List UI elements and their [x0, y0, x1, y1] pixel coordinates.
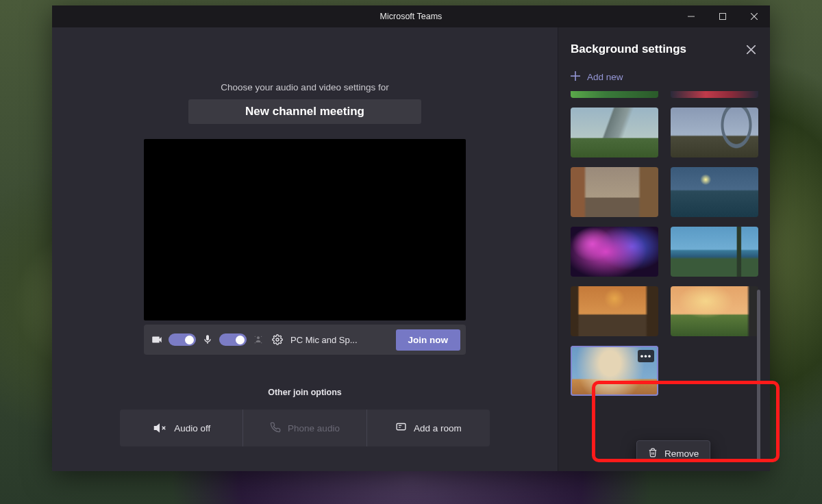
background-thumb[interactable] [571, 108, 658, 158]
camera-icon [149, 332, 164, 347]
other-options-label: Other join options [268, 388, 342, 397]
maximize-button[interactable] [707, 5, 738, 27]
svg-point-5 [255, 336, 256, 337]
scrollbar-thumb[interactable] [757, 290, 760, 462]
close-panel-button[interactable] [741, 40, 760, 59]
svg-point-8 [261, 342, 262, 343]
trash-icon [648, 448, 658, 459]
titlebar[interactable]: Microsoft Teams [52, 5, 770, 27]
speaker-off-icon [152, 420, 167, 436]
svg-point-7 [255, 342, 256, 343]
backgrounds-scrollbar[interactable] [757, 91, 760, 462]
device-label[interactable]: PC Mic and Sp... [290, 335, 358, 345]
background-thumb-selected[interactable]: ••• [571, 346, 658, 396]
context-menu-remove[interactable]: Remove [636, 440, 710, 462]
phone-audio-option: Phone audio [243, 410, 366, 446]
svg-marker-10 [155, 425, 160, 432]
add-room-option[interactable]: Add a room [367, 410, 490, 446]
other-options-bar: Audio off Phone audio Add a room [120, 410, 490, 446]
remove-label: Remove [664, 449, 699, 459]
mic-toggle[interactable] [219, 333, 247, 346]
phone-audio-label: Phone audio [288, 423, 340, 433]
background-thumb[interactable] [671, 91, 758, 98]
background-thumb[interactable] [571, 167, 658, 217]
join-now-button[interactable]: Join now [396, 329, 461, 351]
background-thumb[interactable] [671, 167, 758, 217]
audio-off-label: Audio off [174, 423, 210, 433]
panel-title: Background settings [571, 42, 686, 56]
background-settings-panel: Background settings Add new [558, 27, 770, 471]
close-window-button[interactable] [738, 5, 770, 27]
svg-point-9 [276, 338, 279, 341]
svg-point-6 [261, 336, 262, 337]
mic-icon [200, 332, 215, 347]
camera-toggle[interactable] [169, 333, 196, 346]
background-grid: ••• [571, 91, 760, 396]
device-controls-bar: PC Mic and Sp... Join now [144, 325, 466, 355]
background-thumb[interactable] [571, 227, 658, 277]
add-room-label: Add a room [414, 423, 462, 433]
room-icon [395, 421, 407, 435]
teams-window: Microsoft Teams Choose your audio and vi… [52, 5, 770, 471]
meeting-title-input[interactable]: New channel meeting [188, 99, 421, 124]
settings-prompt: Choose your audio and video settings for [221, 82, 388, 92]
background-thumb[interactable] [571, 91, 658, 98]
background-thumb[interactable] [671, 286, 758, 336]
audio-off-option[interactable]: Audio off [120, 410, 243, 446]
background-effects-icon[interactable] [251, 332, 266, 347]
video-preview [144, 139, 466, 320]
svg-rect-13 [397, 424, 406, 430]
window-controls [675, 5, 770, 27]
add-new-background-button[interactable]: Add new [571, 71, 760, 83]
background-thumb[interactable] [671, 227, 758, 277]
device-settings-icon[interactable] [270, 332, 285, 347]
svg-point-4 [257, 336, 260, 339]
svg-rect-1 [720, 14, 726, 20]
background-thumb[interactable] [571, 286, 658, 336]
add-new-label: Add new [587, 72, 623, 82]
background-thumb[interactable] [671, 108, 758, 158]
phone-icon [270, 422, 281, 435]
prejoin-main: Choose your audio and video settings for… [52, 27, 558, 471]
thumb-more-button[interactable]: ••• [638, 350, 654, 362]
plus-icon [571, 71, 580, 83]
window-title: Microsoft Teams [380, 12, 443, 21]
minimize-button[interactable] [675, 5, 707, 27]
